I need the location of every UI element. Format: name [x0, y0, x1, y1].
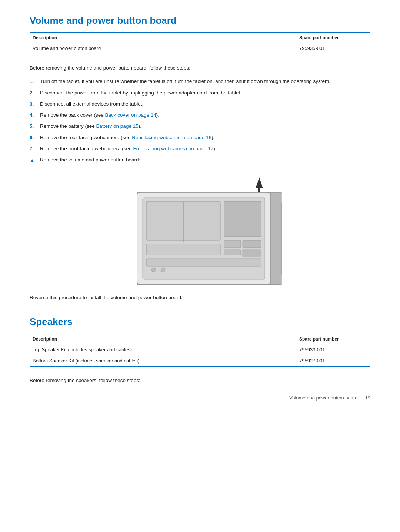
- svg-rect-5: [224, 240, 241, 248]
- svg-point-11: [161, 268, 165, 272]
- list-item: 7. Remove the front-facing webcamera (se…: [30, 145, 370, 153]
- svg-rect-7: [243, 240, 261, 248]
- svg-rect-4: [224, 201, 261, 237]
- footer-section-label: Volume and power button board: [289, 395, 357, 401]
- step-content-1: Turn off the tablet. If you are unsure w…: [40, 78, 370, 85]
- table-row: Bottom Speaker Kit (includes speaker and…: [30, 355, 370, 367]
- table1-row1-desc: Volume and power button board: [30, 43, 296, 54]
- table-row: Volume and power button board 795935-001: [30, 43, 370, 54]
- list-item: 5. Remove the battery (see Battery on pa…: [30, 123, 370, 130]
- section1-intro: Before removing the volume and power but…: [30, 64, 370, 72]
- list-item: 4. Remove the back cover (see Back cover…: [30, 111, 370, 119]
- triangle-step-content: Remove the volume and power button board…: [40, 156, 370, 164]
- table2-row2-desc: Bottom Speaker Kit (includes speaker and…: [30, 355, 296, 367]
- section2-parts-table: Description Spare part number Top Speake…: [30, 334, 370, 367]
- section1-steps-list: 1. Turn off the tablet. If you are unsur…: [30, 78, 370, 164]
- rear-webcam-link[interactable]: Rear-facing webcamera on page 16: [132, 135, 211, 140]
- page-footer: Volume and power button board 19: [30, 392, 370, 401]
- table2-row2-spare: 795927-001: [296, 355, 370, 367]
- list-item: 1. Turn off the tablet. If you are unsur…: [30, 78, 370, 85]
- step-content-3: Disconnect all external devices from the…: [40, 100, 370, 108]
- front-webcam-link[interactable]: Front-facing webcamera on page 17: [133, 146, 213, 151]
- list-item: ▲ Remove the volume and power button boa…: [30, 156, 370, 164]
- step-content-2: Disconnect the power from the tablet by …: [40, 89, 370, 97]
- triangle-icon: ▲: [30, 156, 40, 164]
- table2-col1-header: Description: [30, 334, 296, 344]
- battery-link[interactable]: Battery on page 15: [96, 123, 139, 129]
- table1-row1-spare: 795935-001: [296, 43, 370, 54]
- step-number-1: 1.: [30, 78, 40, 85]
- section1-parts-table: Description Spare part number Volume and…: [30, 32, 370, 54]
- table1-col1-header: Description: [30, 33, 296, 43]
- svg-rect-6: [224, 250, 241, 255]
- section1-title: Volume and power button board: [30, 15, 370, 26]
- back-cover-link[interactable]: Back cover on page 14: [105, 112, 156, 118]
- step-number-5: 5.: [30, 123, 40, 130]
- step-content-6: Remove the rear-facing webcamera (see Re…: [40, 134, 370, 141]
- table-row: Top Speaker Kit (includes speaker and ca…: [30, 344, 370, 355]
- svg-point-10: [151, 268, 156, 272]
- step-content-7: Remove the front-facing webcamera (see F…: [40, 145, 370, 153]
- svg-rect-9: [146, 259, 261, 266]
- svg-rect-8: [243, 250, 261, 257]
- list-item: 6. Remove the rear-facing webcamera (see…: [30, 134, 370, 141]
- table1-col2-header: Spare part number: [296, 33, 370, 43]
- tablet-diagram-svg: [104, 170, 296, 285]
- step-number-4: 4.: [30, 111, 40, 119]
- list-item: 3. Disconnect all external devices from …: [30, 100, 370, 108]
- svg-rect-3: [146, 244, 220, 255]
- table2-row1-desc: Top Speaker Kit (includes speaker and ca…: [30, 344, 296, 355]
- section2-title: Speakers: [30, 316, 370, 328]
- section1-footer-text: Reverse this procedure to install the vo…: [30, 294, 370, 301]
- step-content-5: Remove the battery (see Battery on page …: [40, 123, 370, 130]
- step-content-4: Remove the back cover (see Back cover on…: [40, 111, 370, 119]
- step-number-6: 6.: [30, 134, 40, 141]
- step-number-3: 3.: [30, 100, 40, 108]
- page-number: 19: [365, 395, 370, 401]
- list-item: 2. Disconnect the power from the tablet …: [30, 89, 370, 97]
- table2-row1-spare: 795933-001: [296, 344, 370, 355]
- section2-intro: Before removing the speakers, follow the…: [30, 377, 370, 384]
- table2-col2-header: Spare part number: [296, 334, 370, 344]
- tablet-diagram-container: [30, 172, 370, 283]
- step-number-2: 2.: [30, 89, 40, 97]
- step-number-7: 7.: [30, 145, 40, 153]
